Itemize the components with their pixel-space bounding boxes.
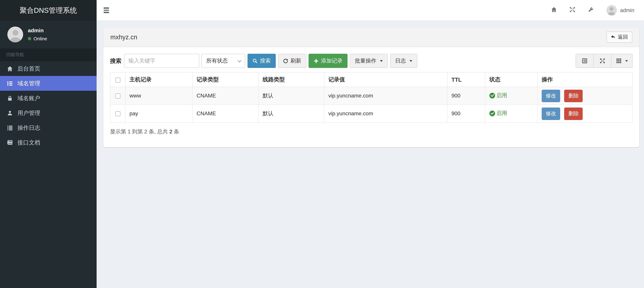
logs-button[interactable]: 日志 [390,54,417,68]
back-button[interactable]: 返回 [606,32,632,43]
column-header-line: 线路类型 [258,72,324,87]
sidebar-username: admin [28,28,47,34]
sidebar-item-api-docs[interactable]: 接口文档 [0,135,96,150]
sidebar-nav: 后台首页 域名管理 域名账户 用户管理 操作日志 接口文档 [0,61,96,150]
status-badge: 启用 [489,92,507,99]
column-header-host: 主机记录 [125,72,192,87]
panel-heading: mxhyz.cn 返回 [103,28,639,47]
records-table: 主机记录 记录类型 线路类型 记录值 TTL 状态 操作 [110,72,632,123]
column-header-ttl: TTL [447,72,485,87]
caret-down-icon [625,60,628,62]
delete-button[interactable]: 删除 [564,107,583,120]
table-row: www CNAME 默认 vip.yuncname.com 900 启用 [110,87,632,105]
content-area: mxhyz.cn 返回 搜索 所有状态 [96,21,644,288]
panel-title: mxhyz.cn [110,34,137,41]
user-status: Online [28,36,47,41]
caret-down-icon [410,60,412,62]
wrench-icon [588,7,594,14]
user-status-label: Online [34,36,47,41]
batch-actions-button[interactable]: 批量操作 [350,54,388,68]
status-filter-select[interactable]: 所有状态 [201,54,245,68]
chevron-down-icon [238,58,242,62]
search-label: 搜索 [110,57,122,65]
back-button-label: 返回 [618,34,628,40]
th-list-icon [7,80,13,86]
log-list-icon [7,125,13,130]
app-root: 聚合DNS管理系统 admin Online 功能导航 后台首页 域名管理 [0,0,644,288]
status-filter-value: 所有状态 [206,57,228,64]
row-checkbox[interactable] [115,111,120,116]
online-dot-icon [28,37,31,40]
select-all-checkbox[interactable] [115,77,120,82]
cell-type: CNAME [192,87,258,105]
table-toolbar: 搜索 所有状态 搜索 刷新 [110,54,632,68]
column-header-type: 记录类型 [192,72,258,87]
refresh-icon [283,58,288,63]
keyword-input[interactable] [124,54,199,68]
cell-value: vip.yuncname.com [324,105,447,122]
plus-icon [314,58,319,63]
status-label: 启用 [496,92,507,99]
fullscreen-icon [570,7,575,14]
sidebar-item-label: 接口文档 [18,139,40,146]
sidebar-item-label: 后台首页 [18,65,40,72]
home-icon [551,7,557,14]
sidebar-item-operation-logs[interactable]: 操作日志 [0,120,96,135]
sidebar-item-label: 操作日志 [18,124,40,131]
column-header-value: 记录值 [324,72,447,87]
summary-text: 显示第 1 到第 2 条, 总共 [110,129,170,134]
row-checkbox[interactable] [115,94,120,99]
navbar-right: admin [545,0,644,21]
home-link[interactable] [545,0,563,21]
refresh-button-label: 刷新 [290,57,301,64]
sidebar-item-label: 域名账户 [18,94,40,102]
sidebar-item-domain-accounts[interactable]: 域名账户 [0,91,96,105]
sidebar-user-panel: admin Online [0,21,96,48]
caret-down-icon [380,60,383,62]
user-icon [7,110,13,116]
settings-link[interactable] [582,0,600,21]
table-header-row: 主机记录 记录类型 线路类型 记录值 TTL 状态 操作 [110,72,632,87]
edit-button[interactable]: 修改 [542,107,560,120]
sidebar-toggle-button[interactable] [102,6,110,15]
batch-actions-label: 批量操作 [355,57,376,64]
fullscreen-table-button[interactable] [593,54,612,68]
cell-value: vip.yuncname.com [324,87,447,105]
reply-arrow-icon [611,35,616,40]
add-record-label: 添加记录 [321,57,342,64]
column-header-actions: 操作 [538,72,632,87]
sidebar-item-label: 用户管理 [18,109,40,117]
delete-button[interactable]: 删除 [564,90,583,102]
add-record-button[interactable]: 添加记录 [308,54,348,68]
refresh-button[interactable]: 刷新 [278,54,306,68]
sidebar-item-dashboard[interactable]: 后台首页 [0,61,96,76]
app-logo[interactable]: 聚合DNS管理系统 [0,0,96,21]
status-label: 启用 [496,110,507,117]
columns-grid-icon [616,58,621,64]
table-view-controls [576,54,632,68]
edit-button[interactable]: 修改 [542,90,560,102]
table-row: pay CNAME 默认 vip.yuncname.com 900 启用 [110,105,632,122]
fullscreen-icon [600,58,605,64]
cell-line: 默认 [258,105,324,122]
user-menu[interactable]: admin [600,0,641,21]
detail-view-button[interactable] [576,54,594,68]
search-icon [252,58,258,63]
columns-button[interactable] [611,54,632,68]
navbar-username: admin [620,7,634,13]
search-button[interactable]: 搜索 [248,54,276,68]
cell-type: CNAME [192,105,258,122]
panel-body: 搜索 所有状态 搜索 刷新 [103,47,639,147]
logs-button-label: 日志 [395,57,406,64]
domain-records-panel: mxhyz.cn 返回 搜索 所有状态 [103,28,639,147]
sidebar-item-domain-management[interactable]: 域名管理 [0,76,96,91]
check-circle-icon [489,110,495,116]
sidebar-item-user-management[interactable]: 用户管理 [0,105,96,120]
cell-line: 默认 [258,87,324,105]
check-circle-icon [489,93,495,98]
fullscreen-link[interactable] [563,0,582,21]
lock-icon [7,95,13,101]
cell-host: www [125,87,192,105]
pagination-summary: 显示第 1 到第 2 条, 总共 2 条 [110,128,632,135]
sidebar-section-header: 功能导航 [0,48,96,61]
